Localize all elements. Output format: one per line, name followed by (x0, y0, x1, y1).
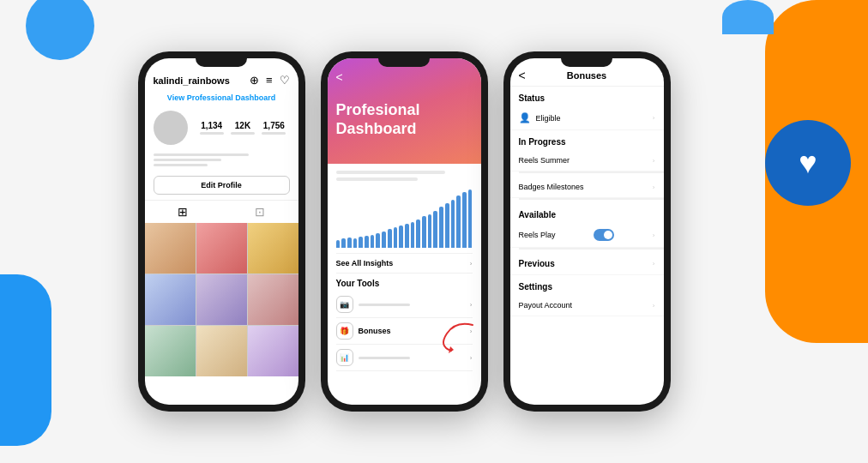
bar-12 (399, 225, 403, 248)
grid-cell-4 (145, 274, 196, 325)
bio-bar-1 (154, 153, 249, 156)
settings-section-title: Settings (510, 275, 664, 295)
grid-tab-icon[interactable]: ⊞ (178, 205, 188, 219)
payout-chevron-icon: › (653, 302, 655, 310)
phones-container: kalindi_rainbows ⊕ ≡ ♡ View Professional… (51, 17, 756, 446)
tag-tab-icon[interactable]: ⊡ (255, 205, 265, 219)
eligible-icon: 👤 (519, 112, 531, 123)
bar-21 (451, 200, 455, 248)
bar-9 (382, 232, 386, 248)
dashboard-title-line2: Dashboard (336, 120, 417, 137)
dashboard-link[interactable]: View Professional Dashboard (145, 92, 298, 107)
menu-icon[interactable]: ≡ (266, 74, 273, 87)
bonuses-icon: 🎁 (336, 322, 353, 340)
tool-1-chevron-icon: › (470, 301, 473, 309)
bar-20 (445, 203, 449, 248)
profile-stats: 1,134 12K 1,756 (145, 107, 298, 150)
dashboard-content: See All Insights › Your Tools 📷 › 🎁 (328, 164, 481, 378)
content-line-2 (336, 177, 418, 181)
reels-play-bar (519, 248, 664, 250)
reels-play-chevron-icon: › (653, 232, 655, 239)
reels-summer-left: Reels Summer (519, 156, 570, 165)
add-icon[interactable]: ⊕ (250, 74, 259, 87)
bio-bar-2 (154, 159, 222, 161)
reels-play-item[interactable]: Reels Play › (510, 223, 664, 248)
bar-11 (394, 227, 398, 248)
bar-10 (388, 229, 392, 248)
bar-5 (359, 237, 363, 248)
bar-4 (353, 238, 358, 249)
dashboard-title: Profesional Dashboard (336, 101, 473, 138)
phone-bonuses: < Bonuses Status 👤 Eligible › In Progres… (503, 51, 671, 412)
reels-play-toggle[interactable] (594, 229, 614, 241)
grid-cell-2 (196, 223, 247, 274)
bar-19 (439, 207, 443, 248)
bar-24 (468, 189, 473, 248)
payout-item[interactable]: Payout Account › (510, 295, 664, 316)
tool-3-icon: 📊 (336, 349, 353, 366)
phone3-notch (561, 58, 612, 67)
posts-count: 1,134 (200, 121, 224, 130)
bonuses-label: Bonuses (359, 327, 391, 335)
previous-label: Previous (519, 259, 555, 268)
bar-18 (433, 211, 437, 249)
bg-blue-bar-bottom (0, 274, 51, 446)
bar-17 (428, 214, 432, 248)
reels-summer-chevron-icon: › (653, 157, 655, 165)
eligible-item-left: 👤 Eligible (519, 112, 561, 123)
phone-dashboard-screen: < Profesional Dashboard (328, 58, 481, 405)
phone-profile: kalindi_rainbows ⊕ ≡ ♡ View Professional… (138, 51, 305, 412)
stat-following: 1,756 (262, 121, 286, 135)
bar-7 (371, 235, 375, 249)
stat-posts: 1,134 (200, 121, 224, 135)
bar-3 (347, 238, 352, 248)
eligible-item[interactable]: 👤 Eligible › (510, 106, 664, 130)
heart-icon[interactable]: ♡ (280, 74, 290, 87)
stat-followers: 12K (231, 121, 255, 135)
content-line-1 (336, 171, 445, 174)
grid-cell-7 (145, 326, 196, 376)
grid-cell-1 (145, 223, 196, 274)
badges-milestones-item[interactable]: Badges Milestones › (510, 177, 664, 198)
profile-avatar (154, 111, 188, 145)
previous-item[interactable]: Previous › (510, 253, 664, 275)
profile-tabs: ⊞ ⊡ (145, 200, 298, 223)
bar-13 (405, 224, 409, 248)
bar-2 (341, 238, 346, 248)
stats-numbers: 1,134 12K 1,756 (196, 121, 290, 135)
tool-item-1[interactable]: 📷 › (336, 292, 473, 318)
tool-1-left: 📷 (336, 296, 410, 313)
previous-chevron-icon: › (653, 260, 655, 268)
see-all-insights-row[interactable]: See All Insights › (336, 253, 473, 274)
badges-bar (519, 198, 664, 200)
tool-3-left: 📊 (336, 349, 410, 366)
badges-chevron-icon: › (653, 183, 655, 191)
following-bar (262, 132, 286, 135)
tool-3-bar (359, 357, 410, 359)
bio-bar-3 (154, 164, 208, 166)
phone-profile-screen: kalindi_rainbows ⊕ ≡ ♡ View Professional… (145, 58, 298, 405)
insights-chart (336, 184, 473, 253)
followers-count: 12K (231, 121, 255, 130)
grid-cell-8 (196, 326, 247, 376)
reels-play-label: Reels Play (519, 231, 556, 239)
bonuses-back-button[interactable]: < (519, 69, 526, 82)
phone2-notch (378, 58, 430, 67)
edit-profile-button[interactable]: Edit Profile (154, 176, 290, 195)
bar-15 (416, 219, 420, 248)
bar-1 (336, 240, 341, 248)
grid-cell-9 (248, 326, 298, 376)
tool-item-bonuses[interactable]: 🎁 Bonuses › (336, 318, 473, 345)
status-section-title: Status (510, 87, 664, 106)
dashboard-back-button[interactable]: < (336, 70, 473, 84)
payout-label: Payout Account (519, 301, 573, 310)
reels-summer-item[interactable]: Reels Summer › (510, 150, 664, 171)
your-tools-title: Your Tools (336, 274, 473, 292)
photo-grid (145, 223, 298, 376)
eligible-chevron-icon: › (653, 114, 655, 122)
grid-cell-5 (196, 274, 247, 325)
bar-23 (462, 192, 467, 248)
see-all-insights-label: See All Insights (336, 259, 394, 268)
grid-cell-3 (248, 223, 298, 274)
dashboard-header: < Profesional Dashboard (328, 58, 481, 164)
